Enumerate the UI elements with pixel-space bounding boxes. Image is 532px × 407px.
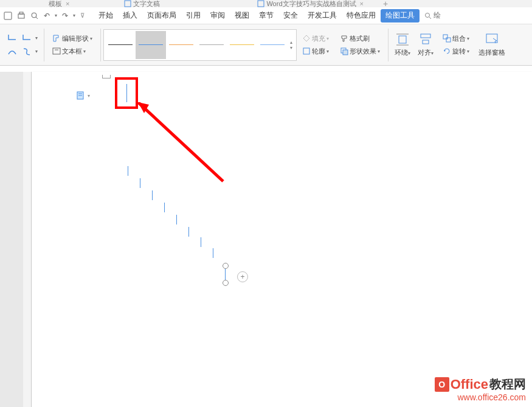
chevron-down-icon[interactable]: ▾: [73, 13, 75, 18]
chevron-down-icon: ▾: [326, 36, 329, 41]
chevron-down-icon[interactable]: ▾: [55, 13, 57, 18]
line-segment: [164, 203, 165, 212]
format-group: 格式刷 形状效果 ▾: [334, 24, 385, 65]
rotate-button[interactable]: 旋转 ▾: [441, 46, 471, 57]
line-segment: [128, 166, 128, 176]
label: 形状效果: [350, 47, 376, 56]
chevron-down-icon[interactable]: ▾: [88, 93, 90, 99]
chevron-down-icon: ▾: [326, 49, 329, 54]
label: 对齐: [418, 49, 431, 56]
brush-icon: [340, 34, 348, 43]
ribbon-toolbar: ▾ ▾ 编辑形状 ▾ 文本框 ▾ ▴▾ 填充 ▾: [0, 24, 532, 66]
align-icon: [418, 32, 433, 47]
line-segment: [213, 248, 213, 258]
menu-view[interactable]: 视图: [230, 7, 254, 24]
style-blue[interactable]: [136, 31, 166, 59]
chevron-down-icon[interactable]: ▾: [35, 49, 38, 54]
add-icon[interactable]: +: [237, 271, 248, 282]
gallery-expand[interactable]: ▴▾: [288, 40, 295, 50]
svg-line-8: [429, 17, 431, 19]
fill-icon: [302, 34, 311, 43]
chevron-down-icon[interactable]: ▾: [35, 35, 38, 41]
wrap-icon: [395, 32, 410, 47]
svg-line-6: [36, 17, 38, 19]
close-icon[interactable]: ×: [66, 0, 69, 7]
menu-special[interactable]: 特色应用: [342, 7, 381, 24]
line-curve-tool[interactable]: [21, 32, 33, 44]
chevron-down-icon: ▾: [467, 36, 469, 41]
textbox-button[interactable]: 文本框 ▾: [50, 46, 94, 57]
doc-icon: [257, 0, 264, 7]
search-box[interactable]: 绘: [424, 10, 441, 21]
s-curve-tool[interactable]: [21, 46, 33, 58]
shape-effects-button[interactable]: 形状效果 ▾: [338, 46, 382, 57]
format-painter-button[interactable]: 格式刷: [338, 33, 382, 44]
align-button[interactable]: 对齐▾: [414, 30, 437, 60]
wrap-button[interactable]: 环绕▾: [391, 30, 414, 60]
style-lightblue[interactable]: [257, 31, 288, 59]
svg-line-25: [138, 102, 223, 181]
svg-rect-0: [125, 1, 131, 7]
redo-icon[interactable]: ↷: [62, 12, 68, 20]
svg-rect-9: [53, 48, 60, 54]
resize-handle-bottom[interactable]: [223, 280, 229, 286]
line-segment: [188, 227, 189, 237]
svg-rect-2: [4, 12, 12, 19]
style-yellow[interactable]: [227, 31, 257, 59]
menu-review[interactable]: 审阅: [206, 7, 230, 24]
print-icon[interactable]: [17, 12, 26, 20]
save-icon[interactable]: [4, 12, 12, 20]
menu-dropdown-icon[interactable]: ⊽: [80, 12, 85, 19]
style-gray[interactable]: [196, 31, 227, 59]
style-orange[interactable]: [166, 31, 196, 59]
selected-line-shape[interactable]: [223, 263, 229, 286]
search-icon: [424, 12, 432, 19]
brand-cn: 教程网: [489, 376, 526, 392]
menu-security[interactable]: 安全: [278, 7, 303, 24]
svg-rect-1: [258, 1, 264, 7]
navigation-icon[interactable]: [77, 91, 85, 100]
curve-tool[interactable]: [6, 46, 18, 58]
undo-icon[interactable]: ↶: [44, 12, 50, 20]
edit-shape-button[interactable]: 编辑形状 ▾: [50, 33, 94, 44]
style-black[interactable]: [105, 31, 136, 59]
menu-insert[interactable]: 插入: [118, 7, 142, 24]
menu-start[interactable]: 开始: [94, 7, 118, 24]
preview-icon[interactable]: [30, 12, 39, 20]
annotation-arrow: [138, 102, 241, 206]
line-segment: [152, 190, 153, 200]
edit-group: 编辑形状 ▾ 文本框 ▾: [47, 24, 98, 65]
selection-pane-button[interactable]: 选择窗格: [475, 30, 509, 60]
textbox-icon: [52, 47, 61, 55]
menu-dev-tools[interactable]: 开发工具: [303, 7, 342, 24]
group-rotate-group: 组合 ▾ 旋转 ▾: [437, 24, 475, 65]
edit-shape-icon: [52, 34, 61, 43]
tab-add-icon[interactable]: +: [383, 0, 388, 9]
resize-handle-top[interactable]: [223, 263, 229, 269]
group-button[interactable]: 组合 ▾: [441, 33, 471, 44]
tab-1[interactable]: 模板×: [49, 0, 69, 9]
label: 组合: [452, 34, 466, 43]
menu-reference[interactable]: 引用: [181, 7, 206, 24]
rotate-icon: [443, 47, 451, 55]
fill-outline-group: 填充 ▾ 轮廓 ▾: [297, 24, 334, 65]
label: 旋转: [452, 47, 466, 56]
line-elbow-tool[interactable]: [6, 32, 18, 44]
label: 环绕: [395, 49, 408, 56]
svg-rect-4: [19, 12, 23, 14]
svg-rect-13: [343, 50, 348, 55]
menu-page-layout[interactable]: 页面布局: [142, 7, 181, 24]
menu-chapter[interactable]: 章节: [254, 7, 278, 24]
shape-tools-group: ▾ ▾: [2, 24, 41, 65]
menu-drawing-tools[interactable]: 绘图工具: [381, 9, 420, 23]
menu-bar: ↶ ▾ ↷ ▾ ⊽ 开始 插入 页面布局 引用 审阅 视图 章节 安全 开发工具…: [0, 7, 532, 24]
label: 轮廓: [312, 47, 325, 56]
office-logo-icon: O: [435, 377, 449, 392]
fill-button[interactable]: 填充 ▾: [300, 33, 331, 44]
label: 格式刷: [350, 34, 370, 43]
effects-icon: [340, 47, 348, 55]
chevron-down-icon: ▾: [90, 36, 92, 41]
outline-button[interactable]: 轮廓 ▾: [300, 46, 331, 57]
document-page[interactable]: ▾ +: [32, 72, 532, 407]
close-icon[interactable]: ×: [360, 0, 364, 7]
